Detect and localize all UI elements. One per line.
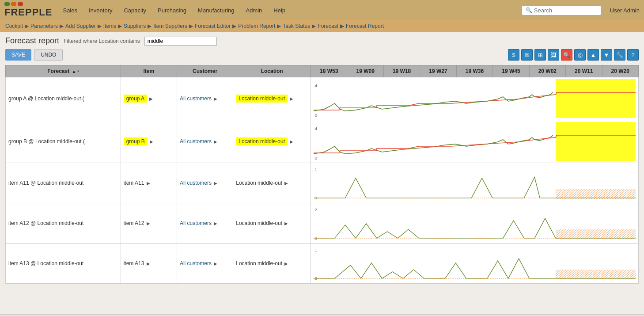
cell-forecast-a13: item A13 @ Location middle-out (6, 244, 121, 284)
cell-forecast-a11: item A11 @ Location middle-out (6, 163, 121, 203)
col-header-location[interactable]: Location (233, 65, 311, 77)
expand-icon-groupa[interactable]: ▶ (149, 96, 153, 101)
logo: FREPPLE (4, 2, 52, 18)
svg-text:0: 0 (314, 276, 317, 281)
cell-customer-groupb: All customers ▶ (177, 120, 233, 163)
search-box: 🔍 (522, 5, 601, 15)
cell-item-groupb: group B ▶ (121, 120, 177, 163)
cell-location-a12: Location middle-out ▶ (233, 203, 311, 244)
expand-icon-groupb[interactable]: ▶ (150, 139, 153, 144)
image-icon-button[interactable]: 🖼 (548, 49, 559, 61)
svg-text:0: 0 (314, 196, 317, 200)
location-expand-a13[interactable]: ▶ (284, 261, 288, 266)
chart-cell-a13: 1 0 (311, 244, 639, 284)
nav-purchasing[interactable]: Purchasing (156, 6, 188, 15)
bc-suppliers[interactable]: Suppliers (124, 23, 146, 29)
nav-admin[interactable]: Admin (244, 6, 264, 15)
bc-item-suppliers[interactable]: Item Suppliers (153, 23, 187, 29)
nav-inventory[interactable]: Inventory (87, 6, 114, 15)
bc-forecast[interactable]: Forecast (318, 23, 338, 29)
col-header-w27: 19 W27 (420, 65, 456, 77)
svg-rect-6 (556, 189, 636, 199)
nav-sales[interactable]: Sales (61, 6, 79, 15)
cell-item-a13: item A13 ▶ (121, 244, 177, 284)
svg-text:4: 4 (314, 126, 317, 131)
cell-customer-a12: All customers ▶ (177, 203, 233, 244)
bc-cockpit[interactable]: Cockpit (5, 23, 23, 29)
bc-parameters[interactable]: Parameters (30, 23, 58, 29)
cell-location-groupa: Location middle-out ▶ (233, 77, 311, 120)
location-expand-a12[interactable]: ▶ (284, 221, 288, 226)
bc-forecast-report[interactable]: Forecast Report (346, 23, 384, 29)
svg-text:2: 2 (314, 208, 317, 212)
table-row: item A12 @ Location middle-out item A12 … (6, 203, 639, 244)
bc-problem-report[interactable]: Problem Report (238, 23, 275, 29)
expand-icon-a12[interactable]: ▶ (147, 221, 150, 226)
logo-dot-green (4, 2, 10, 6)
user-info: User Admin (610, 7, 640, 14)
location-expand-groupb[interactable]: ▶ (290, 139, 293, 144)
cell-forecast-groupb: group B @ Location middle-out ( (6, 120, 121, 163)
expand-icon-a13[interactable]: ▶ (147, 261, 150, 266)
up-icon-button[interactable]: ▲ (587, 49, 599, 61)
wrench-icon-button[interactable]: 🔧 (614, 49, 625, 61)
table-icon-button[interactable]: ⊞ (534, 49, 546, 61)
bc-items[interactable]: Items (103, 23, 116, 29)
col-header-w18: 19 W18 (383, 65, 420, 77)
col-header-w20: 20 W20 (602, 65, 638, 77)
table-row: group B @ Location middle-out ( group B … (6, 120, 639, 163)
down-icon-button[interactable]: ▼ (601, 49, 612, 61)
expand-icon-a11[interactable]: ▶ (147, 181, 150, 186)
filter-input[interactable] (144, 37, 217, 46)
logo-dot-orange (11, 2, 16, 6)
chart-svg-a11: 1 0 (314, 165, 636, 201)
bc-add-supplier[interactable]: Add Supplier (65, 23, 96, 29)
col-header-item[interactable]: Item (121, 65, 177, 77)
search-input[interactable] (534, 7, 597, 14)
bc-forecast-editor[interactable]: Forecast Editor (195, 23, 231, 29)
email-icon-button[interactable]: ✉ (521, 49, 533, 61)
question-icon-button[interactable]: ? (627, 49, 639, 61)
nav-capacity[interactable]: Capacity (122, 6, 148, 15)
nav-help[interactable]: Help (272, 6, 287, 15)
logo-text: FREPPLE (4, 7, 52, 18)
nav-menu: Sales Inventory Capacity Purchasing Manu… (61, 6, 521, 15)
item-highlight-groupb: group B (124, 137, 148, 145)
bc-task-status[interactable]: Task Status (283, 23, 310, 29)
svg-text:0: 0 (314, 113, 317, 118)
chart-cell-groupa: 4 0 (311, 77, 639, 120)
cell-location-a11: Location middle-out ▶ (233, 163, 311, 203)
logo-dot-red (18, 2, 23, 6)
save-button[interactable]: SAVE (5, 49, 31, 61)
col-header-forecast[interactable]: Forecast ▲ ¹ (6, 65, 121, 77)
breadcrumb: Cockpit ▶ Parameters ▶ Add Supplier ▶ It… (0, 20, 644, 32)
customer-expand-a11[interactable]: ▶ (214, 181, 217, 186)
customer-expand-a12[interactable]: ▶ (214, 221, 217, 226)
toolbar-right: $ ✉ ⊞ 🖼 🔍 ◎ ▲ ▼ 🔧 ? (508, 49, 639, 61)
cell-item-a12: item A12 ▶ (121, 203, 177, 244)
cell-location-groupb: Location middle-out ▶ (233, 120, 311, 163)
chart-cell-groupb: 4 0 (311, 120, 639, 163)
col-header-w45: 19 W45 (493, 65, 529, 77)
dollar-icon-button[interactable]: $ (508, 49, 519, 61)
circle-icon-button[interactable]: ◎ (574, 49, 586, 61)
table-row: item A11 @ Location middle-out item A11 … (6, 163, 639, 203)
location-expand-groupa[interactable]: ▶ (290, 96, 293, 101)
table-row: item A13 @ Location middle-out item A13 … (6, 244, 639, 284)
location-expand-a11[interactable]: ▶ (284, 181, 288, 186)
nav-manufacturing[interactable]: Manufacturing (196, 6, 236, 15)
svg-text:4: 4 (314, 84, 317, 88)
chart-svg-a13: 1 0 (314, 245, 636, 282)
col-header-customer[interactable]: Customer (177, 65, 233, 77)
table-header-row: Forecast ▲ ¹ Item Customer Location 18 W… (6, 65, 639, 77)
customer-expand-a13[interactable]: ▶ (214, 261, 217, 266)
chart-cell-a12: 2 0 (311, 203, 639, 244)
table-row: group A @ Location middle-out ( group A … (6, 77, 639, 120)
page-header: Forecast report Filtered where Location … (5, 36, 639, 46)
col-header-w09: 19 W09 (347, 65, 383, 77)
main-content: Forecast report Filtered where Location … (0, 32, 644, 314)
undo-button[interactable]: UNDO (34, 49, 63, 61)
customer-expand-groupa[interactable]: ▶ (214, 96, 217, 101)
search-icon-button[interactable]: 🔍 (561, 49, 572, 61)
customer-expand-groupb[interactable]: ▶ (214, 139, 217, 144)
